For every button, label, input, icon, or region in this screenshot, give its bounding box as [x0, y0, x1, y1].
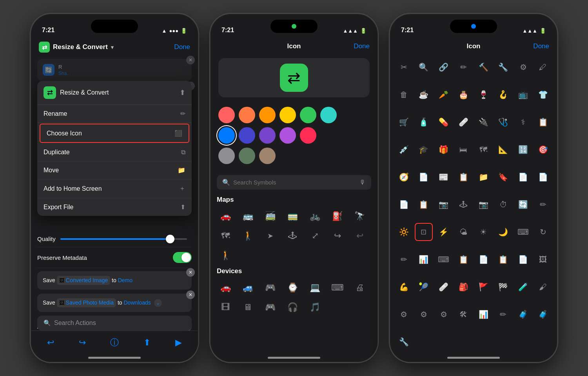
- toolbar-share-1[interactable]: ⬆: [143, 338, 151, 348]
- color-teal[interactable]: [320, 107, 337, 123]
- sym-train[interactable]: 🚃: [284, 208, 301, 225]
- sym-walk[interactable]: 🚶: [239, 227, 256, 245]
- ic-bed[interactable]: 🛏: [454, 141, 472, 159]
- ic-spreadsheet[interactable]: 📊: [415, 250, 433, 268]
- search-bar-1[interactable]: 🔍 Search Actions: [37, 316, 192, 330]
- sym-controller[interactable]: 🎮: [261, 299, 279, 316]
- ic-trash[interactable]: 🗑: [395, 86, 413, 104]
- ic-suitcase[interactable]: 🧳: [534, 305, 552, 323]
- menu-item-add-home[interactable]: Add to Home Screen ＋: [37, 179, 192, 198]
- icon-nav-done-3[interactable]: Done: [533, 42, 549, 50]
- ic-gear4[interactable]: ⚙: [435, 305, 453, 323]
- ic-doc2[interactable]: 📄: [514, 168, 532, 186]
- sym-gamepad[interactable]: 🎮: [261, 279, 279, 296]
- symbol-search-input[interactable]: [233, 179, 356, 186]
- ic-bandage[interactable]: 🩹: [454, 113, 472, 131]
- ic-doc4[interactable]: 📄: [395, 195, 413, 214]
- icon-nav-done-2[interactable]: Done: [354, 42, 370, 50]
- ic-stethoscope[interactable]: 🩺: [494, 113, 512, 131]
- sym-bike[interactable]: 🚲: [307, 208, 324, 225]
- sym-arrow-curve2[interactable]: ↩: [351, 227, 368, 245]
- ic-key[interactable]: ⌨: [435, 250, 453, 268]
- ic-plug[interactable]: 🔌: [474, 113, 492, 131]
- ic-bookmark[interactable]: 🔖: [494, 168, 512, 186]
- ic-clipboard[interactable]: 📋: [534, 113, 552, 131]
- ic-ruler[interactable]: 📐: [494, 141, 512, 159]
- color-gray[interactable]: [218, 148, 235, 164]
- ic-fix[interactable]: 🔧: [395, 333, 413, 351]
- color-sage[interactable]: [239, 148, 255, 164]
- ic-coffee[interactable]: ☕: [415, 86, 433, 104]
- color-red[interactable]: [218, 107, 235, 123]
- ic-doclist[interactable]: 📋: [454, 250, 472, 268]
- menu-item-choose-icon[interactable]: Choose Icon ⬛: [40, 124, 189, 143]
- ic-pen[interactable]: ✏: [454, 58, 472, 76]
- save-action-2-close[interactable]: ✕: [186, 290, 195, 299]
- color-violet[interactable]: [279, 127, 296, 144]
- ic-tools[interactable]: 🛠: [454, 305, 472, 323]
- sym-binoculars[interactable]: 🔭: [351, 208, 368, 225]
- ic-crop-highlighted[interactable]: ⊡: [415, 223, 433, 241]
- ic-gear[interactable]: ⚙: [514, 58, 532, 76]
- color-orange[interactable]: [259, 107, 276, 123]
- ic-pen2[interactable]: 🖊: [534, 58, 552, 76]
- ic-keyboard[interactable]: ⌨: [514, 223, 532, 241]
- ic-cake[interactable]: 🎂: [454, 86, 472, 104]
- ic-gift[interactable]: 🎁: [435, 141, 453, 159]
- ic-luggage[interactable]: 🧳: [514, 305, 532, 323]
- mic-icon[interactable]: 🎙: [359, 179, 366, 186]
- quality-slider[interactable]: [60, 238, 187, 240]
- sym-map[interactable]: 🗺: [217, 227, 234, 245]
- ic-wrench[interactable]: 🔧: [494, 58, 512, 76]
- symbol-search-bar[interactable]: 🔍 🎙: [217, 175, 371, 190]
- ic-penciledit[interactable]: ✏: [395, 250, 413, 268]
- ic-doc3[interactable]: 📄: [534, 168, 552, 186]
- ic-carrot[interactable]: 🥕: [435, 86, 453, 104]
- ic-map[interactable]: 🗺: [474, 141, 492, 159]
- ic-flask[interactable]: 🧪: [514, 278, 532, 296]
- ic-doc[interactable]: 📄: [415, 168, 433, 186]
- preserve-toggle[interactable]: [173, 252, 192, 263]
- ic-refresh[interactable]: 🔄: [514, 195, 532, 214]
- ic-pill[interactable]: 💊: [435, 113, 453, 131]
- ic-syringe[interactable]: 💉: [395, 141, 413, 159]
- ic-link[interactable]: 🔗: [435, 58, 453, 76]
- menu-item-rename[interactable]: Rename ✏: [37, 105, 192, 123]
- sym-arrow-curve[interactable]: ↪: [329, 227, 346, 245]
- ic-game[interactable]: 🕹: [454, 195, 472, 214]
- sym-joystick[interactable]: 🕹: [284, 227, 301, 245]
- ic-bag[interactable]: 🎒: [454, 278, 472, 296]
- ic-wine[interactable]: 🍷: [474, 86, 492, 104]
- sym-bus[interactable]: 🚌: [239, 208, 256, 225]
- ic-doclist3[interactable]: 📋: [494, 250, 512, 268]
- toolbar-play-1[interactable]: ▶: [175, 338, 182, 348]
- shortcut-close-1[interactable]: ✕: [186, 56, 195, 64]
- ic-racket[interactable]: 🎾: [415, 278, 433, 296]
- color-yellow[interactable]: [279, 107, 296, 123]
- ic-dumbbell[interactable]: 💪: [395, 278, 413, 296]
- ic-cloudsun[interactable]: 🌤: [454, 223, 472, 241]
- nav-done-1[interactable]: Done: [174, 43, 190, 51]
- ic-docpage[interactable]: 📄: [514, 250, 532, 268]
- ic-news[interactable]: 📰: [435, 168, 453, 186]
- toolbar-undo-1[interactable]: ↩: [47, 338, 54, 348]
- ic-camera[interactable]: 📷: [474, 195, 492, 214]
- sym-music[interactable]: 🎵: [307, 299, 324, 316]
- ic-sun[interactable]: ☀: [474, 223, 492, 241]
- nav-chevron-1[interactable]: ▾: [111, 44, 114, 50]
- ic-band[interactable]: 🩹: [435, 278, 453, 296]
- ic-addphoto[interactable]: 📷: [435, 195, 453, 214]
- ic-grad[interactable]: 🎓: [415, 141, 433, 159]
- color-blue-selected[interactable]: [218, 127, 235, 144]
- ic-photo[interactable]: 🖼: [534, 250, 552, 268]
- ic-magnify[interactable]: 🔍: [415, 58, 433, 76]
- ic-scissors[interactable]: ✂: [395, 58, 413, 76]
- color-orange-red[interactable]: [239, 107, 255, 123]
- ic-medical[interactable]: ⚕: [514, 113, 532, 131]
- sym-fuel[interactable]: ⛽: [329, 208, 346, 225]
- ic-moon[interactable]: 🌙: [494, 223, 512, 241]
- ic-flag[interactable]: 🚩: [474, 278, 492, 296]
- ic-compass[interactable]: 🧭: [395, 168, 413, 186]
- sym-person[interactable]: 🚶: [217, 247, 234, 264]
- sym-printer[interactable]: 🖨: [351, 279, 368, 296]
